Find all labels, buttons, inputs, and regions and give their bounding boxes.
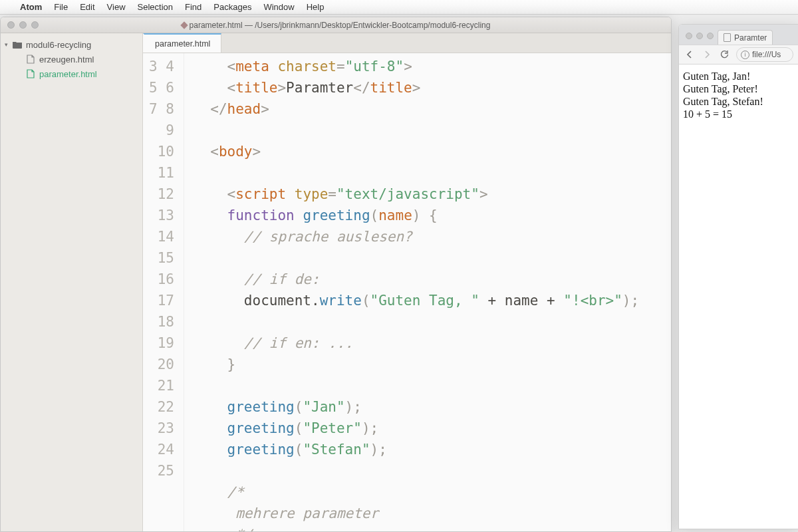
address-bar[interactable]: i file:///Us (736, 47, 793, 62)
browser-tab[interactable]: Paramter (718, 30, 773, 45)
menu-app[interactable]: Atom (20, 2, 42, 12)
menu-packages[interactable]: Packages (213, 2, 251, 12)
tab-label: parameter.html (155, 39, 210, 49)
menu-selection[interactable]: Selection (138, 2, 173, 12)
menu-view[interactable]: View (107, 2, 126, 12)
menu-window[interactable]: Window (263, 2, 294, 12)
browser-window: Paramter i file:///Us Guten Tag, Jan! Gu… (678, 24, 798, 529)
editor-pane: parameter.html 3 4 5 6 7 8 9 10 11 12 13… (143, 33, 671, 531)
browser-tab-title: Paramter (734, 33, 767, 43)
menu-edit[interactable]: Edit (80, 2, 94, 12)
project-name: modul6-recycling (26, 40, 91, 50)
browser-tabstrip: Paramter (679, 25, 798, 45)
desktop: parameter.html — /Users/jbrinkmann/Deskt… (0, 15, 798, 532)
tab-bar: parameter.html (143, 33, 671, 53)
disclosure-triangle-icon[interactable]: ▾ (5, 41, 13, 48)
site-info-icon[interactable]: i (741, 51, 749, 59)
output-line: Guten Tag, Stefan! (683, 95, 795, 108)
forward-button[interactable] (702, 49, 712, 60)
reload-button[interactable] (719, 49, 730, 60)
project-root[interactable]: ▾ modul6-recycling (1, 37, 142, 52)
modified-indicator-icon (180, 21, 188, 29)
file-label: erzeugen.html (39, 55, 94, 65)
url-text: file:///Us (752, 50, 781, 59)
menu-file[interactable]: File (54, 2, 68, 12)
close-button[interactable] (686, 33, 692, 39)
file-label: parameter.html (39, 69, 97, 79)
line-gutter: 3 4 5 6 7 8 9 10 11 12 13 14 15 16 17 18… (143, 53, 184, 531)
atom-titlebar[interactable]: parameter.html — /Users/jbrinkmann/Deskt… (1, 17, 671, 33)
folder-icon (13, 40, 22, 49)
output-line: Guten Tag, Peter! (683, 82, 795, 95)
back-button[interactable] (684, 49, 695, 60)
file-item[interactable]: erzeugen.html (1, 52, 142, 66)
code-editor[interactable]: 3 4 5 6 7 8 9 10 11 12 13 14 15 16 17 18… (143, 53, 671, 531)
window-title-text: parameter.html — /Users/jbrinkmann/Deskt… (190, 21, 491, 30)
menu-help[interactable]: Help (307, 2, 325, 12)
file-icon (26, 55, 35, 64)
browser-window-controls (683, 33, 718, 45)
mac-menubar: Atom File Edit View Selection Find Packa… (0, 0, 798, 15)
file-item-active[interactable]: parameter.html (1, 66, 142, 81)
browser-toolbar: i file:///Us (679, 45, 798, 65)
output-line: Guten Tag, Jan! (683, 70, 795, 82)
minimize-button[interactable] (696, 33, 703, 39)
zoom-button[interactable] (707, 33, 714, 39)
code-content[interactable]: <meta charset="utf-8"> <title>Paramter</… (184, 53, 671, 531)
page-icon (724, 33, 731, 42)
file-icon (26, 69, 35, 78)
atom-window: parameter.html — /Users/jbrinkmann/Deskt… (0, 17, 672, 532)
editor-tab[interactable]: parameter.html (143, 33, 221, 53)
output-line: 10 + 5 = 15 (683, 108, 795, 120)
project-tree[interactable]: ▾ modul6-recycling erzeugen.html (1, 33, 143, 531)
window-title: parameter.html — /Users/jbrinkmann/Deskt… (1, 21, 671, 30)
page-content: Guten Tag, Jan! Guten Tag, Peter! Guten … (679, 65, 798, 126)
menu-find[interactable]: Find (185, 2, 201, 12)
